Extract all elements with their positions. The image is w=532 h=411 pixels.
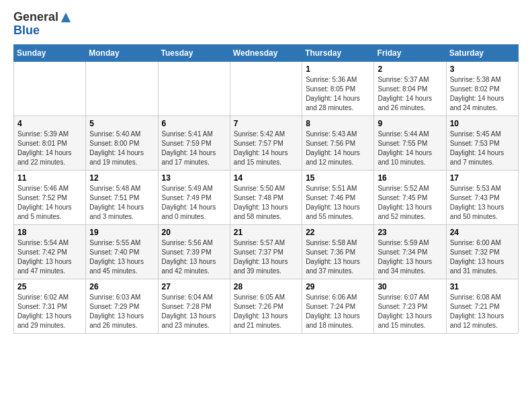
week-row-2: 4Sunrise: 5:39 AM Sunset: 8:01 PM Daylig…: [14, 116, 519, 170]
day-number: 31: [450, 282, 515, 291]
day-cell: 13Sunrise: 5:49 AM Sunset: 7:49 PM Dayli…: [158, 170, 230, 224]
day-cell: 31Sunrise: 6:08 AM Sunset: 7:21 PM Dayli…: [446, 279, 518, 333]
day-cell: 3Sunrise: 5:38 AM Sunset: 8:02 PM Daylig…: [446, 61, 518, 116]
day-number: 29: [306, 282, 370, 291]
day-number: 12: [89, 173, 154, 183]
day-cell: 21Sunrise: 5:57 AM Sunset: 7:37 PM Dayli…: [230, 224, 302, 279]
day-cell: 9Sunrise: 5:44 AM Sunset: 7:55 PM Daylig…: [374, 116, 446, 170]
day-info: Sunrise: 5:40 AM Sunset: 8:00 PM Dayligh…: [89, 130, 154, 167]
day-cell: 30Sunrise: 6:07 AM Sunset: 7:23 PM Dayli…: [374, 279, 446, 333]
day-cell: 29Sunrise: 6:06 AM Sunset: 7:24 PM Dayli…: [302, 279, 374, 333]
day-info: Sunrise: 5:54 AM Sunset: 7:42 PM Dayligh…: [17, 238, 82, 276]
day-number: 23: [378, 228, 442, 237]
day-header-tuesday: Tuesday: [158, 44, 230, 61]
header-row: SundayMondayTuesdayWednesdayThursdayFrid…: [14, 44, 519, 61]
day-number: 26: [89, 282, 154, 291]
day-number: 1: [306, 64, 370, 74]
day-info: Sunrise: 6:05 AM Sunset: 7:26 PM Dayligh…: [234, 293, 298, 330]
day-info: Sunrise: 6:03 AM Sunset: 7:29 PM Dayligh…: [89, 293, 154, 330]
day-cell: [14, 61, 86, 116]
day-number: 3: [450, 64, 515, 74]
day-cell: 5Sunrise: 5:40 AM Sunset: 8:00 PM Daylig…: [86, 116, 158, 170]
day-info: Sunrise: 6:02 AM Sunset: 7:31 PM Dayligh…: [17, 293, 82, 330]
day-number: 30: [378, 282, 442, 291]
day-info: Sunrise: 5:46 AM Sunset: 7:52 PM Dayligh…: [17, 184, 82, 222]
day-cell: 2Sunrise: 5:37 AM Sunset: 8:04 PM Daylig…: [374, 61, 446, 116]
day-info: Sunrise: 5:42 AM Sunset: 7:57 PM Dayligh…: [234, 130, 298, 167]
day-cell: 26Sunrise: 6:03 AM Sunset: 7:29 PM Dayli…: [86, 279, 158, 333]
day-header-friday: Friday: [374, 44, 446, 61]
day-header-thursday: Thursday: [302, 44, 374, 61]
day-info: Sunrise: 5:51 AM Sunset: 7:46 PM Dayligh…: [306, 184, 370, 222]
day-number: 17: [450, 173, 515, 183]
day-number: 2: [378, 64, 442, 74]
day-number: 22: [306, 228, 370, 237]
day-number: 16: [378, 173, 442, 183]
day-number: 18: [17, 228, 82, 237]
week-row-3: 11Sunrise: 5:46 AM Sunset: 7:52 PM Dayli…: [14, 170, 519, 224]
day-cell: 22Sunrise: 5:58 AM Sunset: 7:36 PM Dayli…: [302, 224, 374, 279]
day-cell: 14Sunrise: 5:50 AM Sunset: 7:48 PM Dayli…: [230, 170, 302, 224]
day-info: Sunrise: 5:58 AM Sunset: 7:36 PM Dayligh…: [306, 238, 370, 276]
day-number: 24: [450, 228, 515, 237]
week-row-4: 18Sunrise: 5:54 AM Sunset: 7:42 PM Dayli…: [14, 224, 519, 279]
day-cell: 17Sunrise: 5:53 AM Sunset: 7:43 PM Dayli…: [446, 170, 518, 224]
day-cell: 11Sunrise: 5:46 AM Sunset: 7:52 PM Dayli…: [14, 170, 86, 224]
logo-blue: Blue: [13, 24, 40, 37]
day-cell: 19Sunrise: 5:55 AM Sunset: 7:40 PM Dayli…: [86, 224, 158, 279]
day-number: 5: [89, 119, 154, 128]
day-header-saturday: Saturday: [446, 44, 518, 61]
day-cell: 20Sunrise: 5:56 AM Sunset: 7:39 PM Dayli…: [158, 224, 230, 279]
day-number: 8: [306, 119, 370, 128]
day-info: Sunrise: 5:43 AM Sunset: 7:56 PM Dayligh…: [306, 130, 370, 167]
day-info: Sunrise: 5:36 AM Sunset: 8:05 PM Dayligh…: [306, 75, 370, 113]
day-info: Sunrise: 5:59 AM Sunset: 7:34 PM Dayligh…: [378, 238, 442, 276]
day-info: Sunrise: 5:44 AM Sunset: 7:55 PM Dayligh…: [378, 130, 442, 167]
day-number: 9: [378, 119, 442, 128]
day-info: Sunrise: 5:53 AM Sunset: 7:43 PM Dayligh…: [450, 184, 515, 222]
day-cell: 15Sunrise: 5:51 AM Sunset: 7:46 PM Dayli…: [302, 170, 374, 224]
day-info: Sunrise: 5:38 AM Sunset: 8:02 PM Dayligh…: [450, 75, 515, 113]
day-number: 4: [17, 119, 82, 128]
day-cell: 24Sunrise: 6:00 AM Sunset: 7:32 PM Dayli…: [446, 224, 518, 279]
week-row-5: 25Sunrise: 6:02 AM Sunset: 7:31 PM Dayli…: [14, 279, 519, 333]
day-cell: 6Sunrise: 5:41 AM Sunset: 7:59 PM Daylig…: [158, 116, 230, 170]
day-cell: 10Sunrise: 5:45 AM Sunset: 7:53 PM Dayli…: [446, 116, 518, 170]
day-info: Sunrise: 6:06 AM Sunset: 7:24 PM Dayligh…: [306, 293, 370, 330]
day-info: Sunrise: 5:56 AM Sunset: 7:39 PM Dayligh…: [162, 238, 226, 276]
week-row-1: 1Sunrise: 5:36 AM Sunset: 8:05 PM Daylig…: [14, 61, 519, 116]
day-info: Sunrise: 5:50 AM Sunset: 7:48 PM Dayligh…: [234, 184, 298, 222]
day-number: 13: [162, 173, 226, 183]
day-number: 10: [450, 119, 515, 128]
day-info: Sunrise: 6:00 AM Sunset: 7:32 PM Dayligh…: [450, 238, 515, 276]
day-number: 27: [162, 282, 226, 291]
day-number: 21: [234, 228, 298, 237]
day-info: Sunrise: 5:57 AM Sunset: 7:37 PM Dayligh…: [234, 238, 298, 276]
day-number: 6: [162, 119, 226, 128]
day-cell: 12Sunrise: 5:48 AM Sunset: 7:51 PM Dayli…: [86, 170, 158, 224]
svg-marker-0: [61, 13, 71, 22]
day-number: 11: [17, 173, 82, 183]
day-info: Sunrise: 6:04 AM Sunset: 7:28 PM Dayligh…: [162, 293, 226, 330]
day-header-wednesday: Wednesday: [230, 44, 302, 61]
day-number: 25: [17, 282, 82, 291]
day-number: 15: [306, 173, 370, 183]
day-cell: 7Sunrise: 5:42 AM Sunset: 7:57 PM Daylig…: [230, 116, 302, 170]
day-info: Sunrise: 5:39 AM Sunset: 8:01 PM Dayligh…: [17, 130, 82, 167]
day-info: Sunrise: 5:48 AM Sunset: 7:51 PM Dayligh…: [89, 184, 154, 222]
day-cell: [158, 61, 230, 116]
day-number: 19: [89, 228, 154, 237]
day-cell: 16Sunrise: 5:52 AM Sunset: 7:45 PM Dayli…: [374, 170, 446, 224]
day-header-monday: Monday: [86, 44, 158, 61]
day-cell: [86, 61, 158, 116]
logo-general: General: [13, 11, 58, 24]
day-info: Sunrise: 5:37 AM Sunset: 8:04 PM Dayligh…: [378, 75, 442, 113]
day-number: 20: [162, 228, 226, 237]
day-cell: 25Sunrise: 6:02 AM Sunset: 7:31 PM Dayli…: [14, 279, 86, 333]
day-info: Sunrise: 6:07 AM Sunset: 7:23 PM Dayligh…: [378, 293, 442, 330]
day-cell: 18Sunrise: 5:54 AM Sunset: 7:42 PM Dayli…: [14, 224, 86, 279]
day-info: Sunrise: 5:52 AM Sunset: 7:45 PM Dayligh…: [378, 184, 442, 222]
day-cell: 8Sunrise: 5:43 AM Sunset: 7:56 PM Daylig…: [302, 116, 374, 170]
day-number: 28: [234, 282, 298, 291]
day-number: 7: [234, 119, 298, 128]
